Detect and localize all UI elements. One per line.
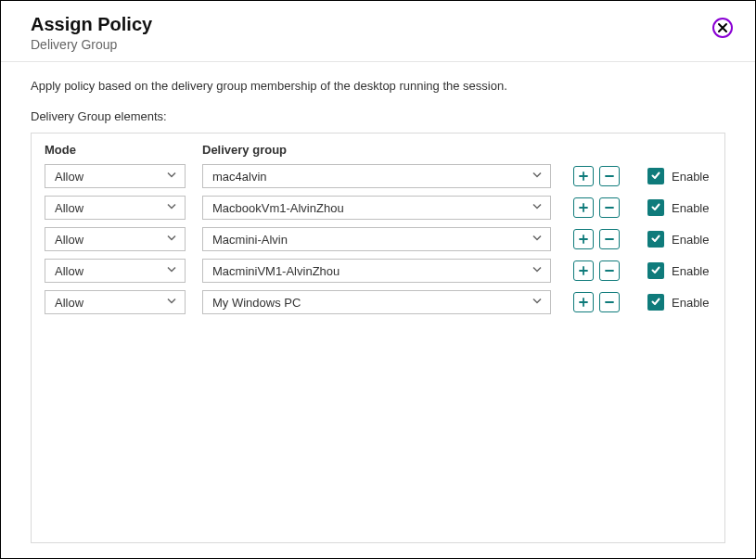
chevron-down-icon (532, 264, 543, 278)
enable-checkbox[interactable] (647, 294, 664, 311)
add-row-button[interactable] (573, 166, 594, 186)
enable-checkbox[interactable] (647, 199, 664, 216)
chevron-down-icon (532, 296, 543, 310)
plus-icon (578, 202, 589, 213)
dialog-title: Assign Policy (31, 14, 725, 35)
enable-label: Enable (672, 201, 709, 215)
group-value: mac4alvin (212, 170, 267, 184)
chevron-down-icon (532, 201, 543, 215)
mode-value: Allow (55, 296, 83, 310)
chevron-down-icon (532, 170, 543, 184)
delivery-group-select[interactable]: MacminiVM1-AlvinZhou (202, 259, 551, 283)
elements-grid: Mode Delivery group Allowmac4alvinEnable… (31, 133, 725, 543)
plus-icon (578, 171, 589, 182)
delivery-group-select[interactable]: My Windows PC (202, 290, 551, 314)
chevron-down-icon (166, 170, 177, 184)
remove-row-button[interactable] (599, 260, 620, 281)
mode-select[interactable]: Allow (45, 227, 186, 251)
minus-icon (604, 171, 615, 182)
delivery-group-select[interactable]: MacbookVm1-AlvinZhou (202, 196, 551, 220)
description-text: Apply policy based on the delivery group… (31, 79, 725, 93)
group-value: Macmini-Alvin (212, 233, 288, 247)
check-icon (650, 264, 661, 278)
element-row: AllowMy Windows PCEnable (45, 290, 711, 314)
remove-row-button[interactable] (599, 292, 620, 312)
elements-label: Delivery Group elements: (31, 109, 725, 123)
chevron-down-icon (532, 233, 543, 247)
element-row: AllowMacminiVM1-AlvinZhouEnable (45, 259, 711, 283)
element-row: AllowMacbookVm1-AlvinZhouEnable (45, 196, 711, 220)
enable-label: Enable (672, 170, 709, 184)
close-button[interactable] (711, 16, 735, 40)
add-row-button[interactable] (573, 229, 594, 249)
element-row: AllowMacmini-AlvinEnable (45, 227, 711, 251)
grid-header: Mode Delivery group (45, 143, 711, 157)
plus-icon (578, 265, 589, 276)
dialog-header: Assign Policy Delivery Group (1, 1, 755, 62)
plus-icon (578, 297, 589, 308)
chevron-down-icon (166, 233, 177, 247)
minus-icon (604, 202, 615, 213)
delivery-group-select[interactable]: mac4alvin (202, 164, 551, 188)
chevron-down-icon (166, 201, 177, 215)
chevron-down-icon (166, 296, 177, 310)
enable-label: Enable (672, 264, 709, 278)
mode-select[interactable]: Allow (45, 290, 186, 314)
mode-value: Allow (55, 170, 83, 184)
minus-icon (604, 265, 615, 276)
enable-label: Enable (672, 233, 709, 247)
column-header-mode: Mode (45, 143, 202, 157)
check-icon (650, 233, 661, 247)
minus-icon (604, 297, 615, 308)
delivery-group-select[interactable]: Macmini-Alvin (202, 227, 551, 251)
mode-value: Allow (55, 233, 83, 247)
remove-row-button[interactable] (599, 229, 620, 249)
check-icon (650, 170, 661, 184)
add-row-button[interactable] (573, 292, 594, 312)
mode-value: Allow (55, 264, 83, 278)
add-row-button[interactable] (573, 197, 594, 218)
enable-checkbox[interactable] (647, 231, 664, 248)
group-value: MacminiVM1-AlvinZhou (212, 264, 340, 278)
element-row: Allowmac4alvinEnable (45, 164, 711, 188)
minus-icon (604, 234, 615, 245)
plus-icon (578, 234, 589, 245)
remove-row-button[interactable] (599, 197, 620, 218)
mode-value: Allow (55, 201, 83, 215)
check-icon (650, 201, 661, 215)
remove-row-button[interactable] (599, 166, 620, 186)
check-icon (650, 296, 661, 310)
group-value: MacbookVm1-AlvinZhou (212, 201, 344, 215)
enable-label: Enable (672, 296, 709, 310)
close-icon (711, 17, 734, 39)
enable-checkbox[interactable] (647, 262, 664, 279)
column-header-group: Delivery group (202, 143, 711, 157)
dialog-subtitle: Delivery Group (31, 37, 725, 52)
chevron-down-icon (166, 264, 177, 278)
mode-select[interactable]: Allow (45, 259, 186, 283)
mode-select[interactable]: Allow (45, 164, 186, 188)
mode-select[interactable]: Allow (45, 196, 186, 220)
enable-checkbox[interactable] (647, 168, 664, 184)
group-value: My Windows PC (212, 296, 301, 310)
dialog-body: Apply policy based on the delivery group… (1, 62, 755, 558)
add-row-button[interactable] (573, 260, 594, 281)
